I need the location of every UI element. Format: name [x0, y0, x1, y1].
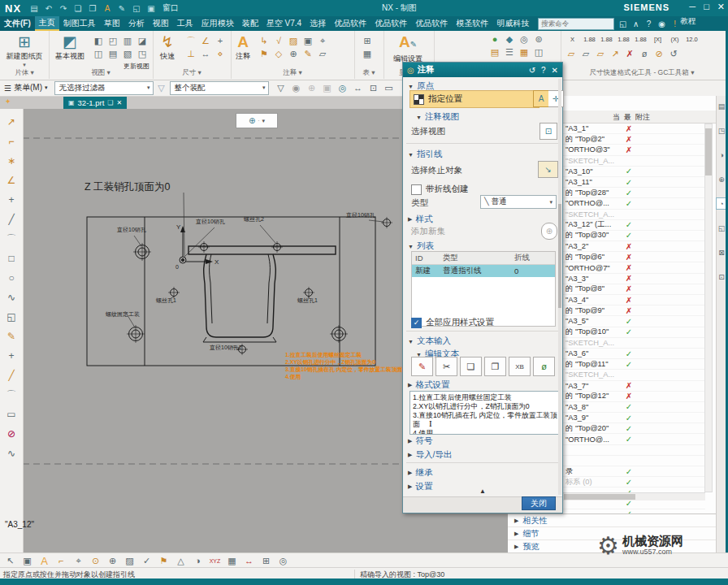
- gc-icon[interactable]: 1.88: [615, 32, 632, 46]
- gc-icon[interactable]: 1.88: [598, 32, 615, 46]
- polyline-checkbox[interactable]: [411, 184, 422, 195]
- add-new-set-label[interactable]: 添加新集: [411, 226, 445, 237]
- note-button[interactable]: A 注释: [231, 33, 255, 62]
- annotation-icon[interactable]: √: [271, 34, 286, 47]
- window-menu[interactable]: 窗口: [162, 2, 179, 14]
- dialog-title-bar[interactable]: ◎ 注释 ↺ ? ✕: [403, 63, 562, 77]
- section-format[interactable]: ▶格式设置: [408, 379, 449, 391]
- fit-icon[interactable]: ⊡: [366, 81, 380, 94]
- leader-tool-icon[interactable]: ↗: [2, 112, 20, 132]
- view-icon[interactable]: ▤: [106, 47, 120, 60]
- group-label-annotation[interactable]: 注释 ▾: [231, 68, 354, 78]
- dimension-icon[interactable]: ↔: [198, 47, 213, 60]
- menu-tab-视图[interactable]: 视图: [149, 16, 173, 31]
- save-icon[interactable]: ▤: [28, 2, 41, 14]
- leader-table-row[interactable]: 新建普通指引线0: [412, 265, 555, 277]
- nav-row[interactable]: "A3_10"✓: [562, 167, 705, 177]
- balance-icon[interactable]: ◑: [189, 554, 206, 567]
- close-tab-icon[interactable]: ✕: [116, 99, 122, 106]
- command-search-input[interactable]: [538, 18, 614, 30]
- gc-icon[interactable]: (X): [666, 32, 683, 46]
- dialog-close-icon[interactable]: ✕: [552, 66, 558, 75]
- view-icon[interactable]: ◫: [91, 47, 106, 60]
- empty-table-row[interactable]: [412, 277, 555, 289]
- windows-icon[interactable]: ◱: [130, 2, 143, 14]
- section-style[interactable]: ▶样式: [408, 214, 432, 225]
- measure-icon[interactable]: ↔: [240, 554, 258, 567]
- spline-tool-icon[interactable]: ∿: [2, 288, 20, 307]
- point-tool-icon[interactable]: +: [2, 346, 20, 366]
- ribbon-icon[interactable]: ▤: [488, 46, 502, 58]
- nav-row[interactable]: 标系 (0)✓: [562, 477, 705, 488]
- section-inherit[interactable]: ▶继承: [408, 467, 432, 479]
- menu-tab-选择[interactable]: 选择: [306, 16, 330, 31]
- menu-tab-装配[interactable]: 装配: [238, 16, 262, 31]
- annotation-icon[interactable]: ⚑: [257, 47, 271, 60]
- nav-row[interactable]: "A3_12" (工...✓: [562, 220, 705, 231]
- nav-row[interactable]: "A3_8"✓: [562, 402, 705, 413]
- surface-finish-icon[interactable]: ✓: [138, 554, 155, 567]
- undo-icon[interactable]: ↶: [42, 2, 55, 14]
- settings-icon[interactable]: ◎: [275, 554, 292, 567]
- group-label-view[interactable]: 视图 ▾: [49, 68, 153, 78]
- nav-row[interactable]: "ORTHO@...✓: [562, 434, 705, 444]
- user-icon[interactable]: ◉: [656, 19, 667, 29]
- leader-icon[interactable]: ⌐: [53, 554, 70, 567]
- redo-icon[interactable]: ↷: [57, 2, 70, 14]
- specify-location-field[interactable]: 指定位置: [410, 90, 540, 108]
- gc-icon[interactable]: ▱: [578, 47, 593, 60]
- section-text-input[interactable]: ▼文本输入: [408, 336, 451, 347]
- segment-tool-icon[interactable]: ╱: [2, 366, 20, 385]
- leader-type-dropdown[interactable]: ╲ 普通▾: [480, 195, 557, 209]
- annotation-icon[interactable]: ✎: [301, 47, 315, 60]
- triangle-icon[interactable]: △: [172, 554, 189, 567]
- menu-tab-草图[interactable]: 草图: [100, 16, 124, 31]
- gc-icon[interactable]: 12.0: [683, 32, 700, 46]
- nav-row[interactable]: "A3_11"✓: [562, 177, 705, 188]
- cursor-icon[interactable]: ↖: [2, 554, 19, 567]
- snap-icon[interactable]: ◉: [288, 81, 303, 94]
- edit-settings-button[interactable]: A✎ 编辑设置: [387, 33, 429, 64]
- nav-row[interactable]: 的 "Top@8"✗: [562, 284, 705, 295]
- view-icon[interactable]: ◧: [91, 34, 106, 47]
- view-icon[interactable]: ▧: [120, 47, 135, 60]
- nav-row[interactable]: "A3_7"✗: [562, 381, 705, 392]
- empty-table-row[interactable]: [412, 301, 555, 314]
- leader-select-button[interactable]: ↘: [538, 161, 558, 178]
- part-tab[interactable]: ▣ 32-1.prt ❏ ✕: [63, 96, 127, 109]
- ribbon-icon[interactable]: ⊚: [531, 32, 546, 46]
- rect-tool-icon[interactable]: □: [2, 249, 20, 268]
- gc-icon[interactable]: ø: [637, 47, 652, 60]
- nav-row[interactable]: "A3_3"✗: [562, 274, 705, 284]
- close-button[interactable]: ✕: [717, 2, 725, 12]
- nav-row[interactable]: "A3_6"✓: [562, 349, 705, 359]
- menu-tab-制图工具[interactable]: 制图工具: [59, 16, 100, 31]
- view-icon[interactable]: ▥: [120, 34, 135, 47]
- nav-row[interactable]: 的 "Top@2"✗: [562, 134, 705, 145]
- apply-all-checkbox[interactable]: ✓: [411, 318, 422, 328]
- filter-icon[interactable]: ▽: [273, 81, 288, 94]
- nav-row[interactable]: "A3_1"✗: [562, 124, 705, 134]
- gc-icon[interactable]: 1.88: [581, 32, 598, 46]
- wireframe-icon[interactable]: ▭: [381, 81, 396, 94]
- circle-tool-icon[interactable]: ○: [2, 268, 20, 288]
- box-tool-icon[interactable]: ▭: [2, 405, 20, 424]
- new-sheet-button[interactable]: ⊞ 新建图纸页▾: [3, 33, 46, 68]
- gc-icon[interactable]: ⊘: [652, 47, 666, 60]
- nav-row[interactable]: 的 "Top@6"✗: [562, 252, 705, 262]
- group-label-sheet[interactable]: 片体 ▾: [0, 68, 49, 78]
- dimension-icon[interactable]: +: [213, 34, 228, 47]
- inspect-icon[interactable]: ⊙: [87, 554, 104, 567]
- text-a-icon[interactable]: A: [36, 554, 53, 567]
- copy-icon[interactable]: ❏: [460, 357, 482, 376]
- minimize-button[interactable]: ─: [689, 2, 696, 12]
- ribbon-icon[interactable]: ◎: [517, 32, 531, 46]
- menu-tab-主页[interactable]: 主页: [35, 16, 59, 31]
- flag-icon[interactable]: ⚑: [155, 554, 172, 567]
- section-import-export[interactable]: ▶导入/导出: [408, 449, 452, 461]
- view-icon[interactable]: ◳: [135, 47, 150, 60]
- arc-tool-icon[interactable]: ⌒: [2, 229, 20, 249]
- menu-tab-应用模块[interactable]: 应用模块: [197, 16, 238, 31]
- cursor-position-button[interactable]: ✛: [548, 90, 564, 107]
- dimension-icon[interactable]: ⌒: [184, 34, 198, 47]
